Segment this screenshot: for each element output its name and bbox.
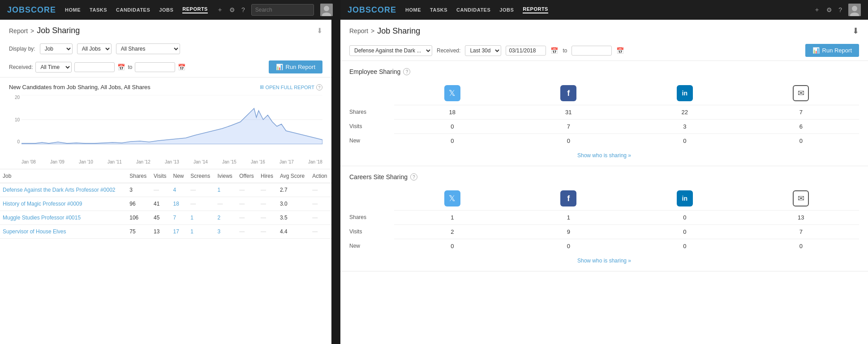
job-name-2[interactable]: Muggle Studies Professor #0015: [0, 211, 127, 225]
x-label-5: Jan '13: [165, 159, 179, 164]
nav-reports-right[interactable]: REPORTS: [523, 6, 548, 13]
date-from-right[interactable]: [506, 46, 546, 56]
nav-reports-left[interactable]: REPORTS: [182, 6, 208, 13]
nav-home-right[interactable]: HOME: [405, 7, 421, 13]
calendar-from-left[interactable]: 📅: [117, 64, 125, 71]
li-visits-car: 0: [627, 224, 743, 239]
chart-title-left: New Candidates from Job Sharing, All Job…: [9, 84, 150, 90]
nav-tasks-right[interactable]: TASKS: [430, 7, 447, 13]
action-2: —: [309, 211, 331, 225]
em-visits-emp: 6: [743, 119, 859, 133]
col-screens: Screens: [188, 169, 215, 183]
careers-sharing-title: Careers Site Sharing ?: [349, 173, 859, 181]
job-name-1[interactable]: History of Magic Professor #0009: [0, 197, 127, 211]
new-0[interactable]: 4: [171, 183, 188, 197]
date-to-right[interactable]: [572, 46, 612, 56]
action-0: —: [309, 183, 331, 197]
calendar-to-right[interactable]: 📅: [616, 47, 624, 54]
job-select-right[interactable]: Defense Against the Dark ... All Jobs: [349, 45, 432, 56]
plus-icon-left[interactable]: ＋: [217, 6, 223, 14]
help-icon-right[interactable]: ?: [838, 6, 842, 13]
facebook-icon-emp: f: [560, 85, 576, 101]
employee-sharing-help-icon[interactable]: ?: [403, 68, 410, 75]
new-3[interactable]: 17: [171, 225, 188, 239]
show-who-car[interactable]: Show who is sharing »: [349, 253, 859, 264]
open-full-link[interactable]: ⊞ OPEN FULL REPORT ?: [260, 84, 322, 90]
x-label-7: Jan '15: [222, 159, 236, 164]
avatar-right: [848, 4, 861, 16]
run-report-btn-left[interactable]: 📊 Run Report: [269, 60, 322, 73]
employee-sharing-section: Employee Sharing ? 𝕏 f in ✉ Shares 18 31…: [340, 61, 868, 166]
svg-point-7: [852, 6, 857, 11]
iviews-2[interactable]: 2: [215, 211, 236, 225]
iviews-3[interactable]: 3: [215, 225, 236, 239]
nav-candidates-right[interactable]: CANDIDATES: [456, 7, 490, 13]
nav-tasks-left[interactable]: TASKS: [90, 7, 107, 13]
screens-3[interactable]: 1: [188, 225, 215, 239]
table-row: Defense Against the Dark Arts Professor …: [0, 183, 331, 197]
nav-jobs-left[interactable]: JOBS: [159, 7, 173, 13]
job-name-0[interactable]: Defense Against the Dark Arts Professor …: [0, 183, 127, 197]
careers-sharing-help-icon[interactable]: ?: [410, 173, 417, 181]
col-shares: Shares: [127, 169, 151, 183]
facebook-header-emp: f: [511, 82, 627, 105]
search-input-left[interactable]: [251, 4, 314, 16]
y-label-10: 10: [9, 117, 20, 122]
twitter-icon-emp: 𝕏: [444, 85, 460, 101]
nav-candidates-left[interactable]: CANDIDATES: [116, 7, 150, 13]
col-visits: Visits: [151, 169, 170, 183]
nav-home-left[interactable]: HOME: [65, 7, 81, 13]
download-icon-right[interactable]: ⬇: [852, 26, 859, 36]
facebook-header-car: f: [511, 187, 627, 210]
gear-icon-left[interactable]: ⚙: [229, 6, 235, 13]
show-who-emp[interactable]: Show who is sharing »: [349, 148, 859, 159]
run-report-btn-right[interactable]: 📊 Run Report: [805, 44, 859, 57]
question-icon-chart[interactable]: ?: [316, 84, 322, 90]
new-1[interactable]: 18: [171, 197, 188, 211]
col-action: Action: [309, 169, 331, 183]
hires-0: —: [258, 183, 277, 197]
breadcrumb-parent-left[interactable]: Report: [9, 27, 28, 34]
x-label-2: Jan '10: [79, 159, 93, 164]
date-to-left[interactable]: [135, 62, 175, 72]
date-from-left[interactable]: [74, 62, 115, 72]
calendar-from-right[interactable]: 📅: [550, 47, 558, 54]
x-label-1: Jan '09: [50, 159, 64, 164]
screens-1: —: [188, 197, 215, 211]
left-navbar-right: ＋ ⚙ ?: [217, 4, 333, 16]
breadcrumb-parent-right[interactable]: Report: [349, 27, 368, 34]
iviews-0[interactable]: 1: [215, 183, 236, 197]
shares-0: 3: [127, 183, 151, 197]
new-2[interactable]: 7: [171, 211, 188, 225]
plus-icon-right[interactable]: ＋: [814, 6, 820, 14]
gear-icon-right[interactable]: ⚙: [826, 6, 832, 13]
received-select[interactable]: All Time Last 30d Last 7d Custom: [35, 62, 72, 73]
hires-2: —: [258, 211, 277, 225]
x-label-4: Jan '12: [136, 159, 150, 164]
li-shares-emp: 22: [627, 105, 743, 119]
x-label-10: Jan '18: [308, 159, 322, 164]
shares-select[interactable]: All Shares Employee Shares Careers Site …: [116, 43, 180, 54]
screens-2[interactable]: 1: [188, 211, 215, 225]
li-new-car: 0: [627, 239, 743, 253]
received-select-right[interactable]: Last 30d All Time Last 7d Custom: [465, 45, 501, 56]
job-name-3[interactable]: Supervisor of House Elves: [0, 225, 127, 239]
x-label-3: Jan '11: [107, 159, 122, 164]
shares-row-emp: Shares 18 31 22 7: [349, 105, 859, 119]
col-avg-score: Avg Score: [277, 169, 309, 183]
logo-job-r: JOB: [348, 5, 365, 14]
chart-container: 20 10 0: [9, 95, 322, 158]
chart-y-labels: 20 10 0: [9, 95, 20, 144]
display-by-select[interactable]: Job Source User: [40, 43, 73, 54]
li-visits-emp: 3: [627, 119, 743, 133]
download-icon-left[interactable]: ⬇: [317, 26, 322, 35]
help-icon-left[interactable]: ?: [241, 6, 245, 13]
jobs-select[interactable]: All Jobs: [77, 43, 112, 54]
email-header-emp: ✉: [743, 82, 859, 105]
fb-shares-emp: 31: [511, 105, 627, 119]
left-panel: JOBSCORE HOME TASKS CANDIDATES JOBS REPO…: [0, 0, 331, 344]
left-logo: JOBSCORE: [7, 5, 56, 15]
nav-jobs-right[interactable]: JOBS: [499, 7, 514, 13]
em-new-car: 0: [743, 239, 859, 253]
calendar-to-left[interactable]: 📅: [178, 64, 185, 71]
